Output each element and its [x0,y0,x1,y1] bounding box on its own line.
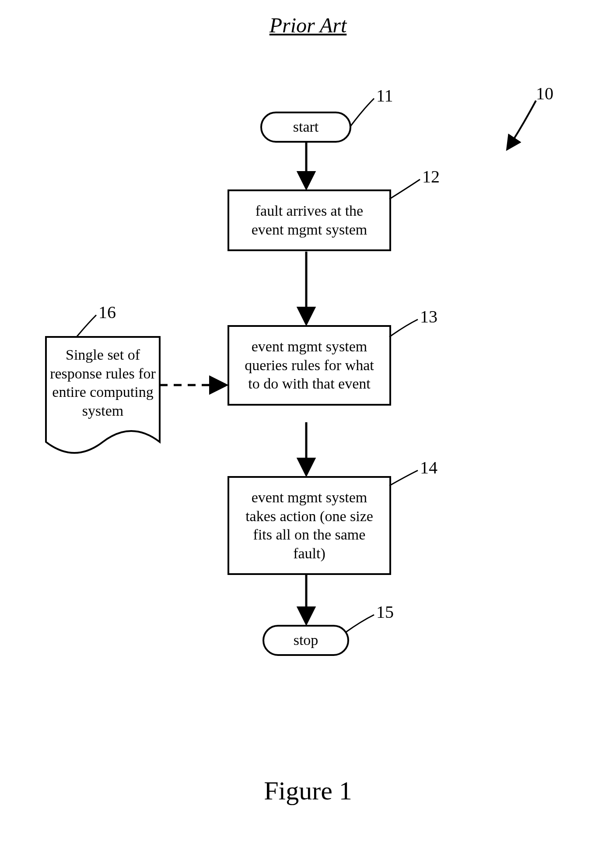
ref-14: 14 [420,457,438,478]
stop-node: stop [262,625,349,656]
leader-13 [389,319,418,337]
leader-11 [350,98,374,127]
figure-page: Prior Art start fault arrives at the eve… [0,0,616,841]
ref-12: 12 [422,166,440,187]
fault-arrives-node: fault arrives at the event mgmt system [228,189,391,251]
ref-13: 13 [420,306,438,327]
ref-10: 10 [536,83,553,104]
leader-16 [77,315,96,337]
leader-10 [508,101,536,149]
ref-15: 15 [376,602,394,622]
leader-15 [346,615,374,632]
ref-11: 11 [376,85,393,106]
leader-12 [389,179,420,199]
query-rules-node: event mgmt system queries rules for what… [228,325,391,406]
ref-16: 16 [98,302,116,322]
takes-action-node: event mgmt system takes action (one size… [228,476,391,575]
leader-14 [389,470,418,486]
figure-caption: Figure 1 [0,776,616,806]
rules-document-node: Single set of response rules for entire … [48,346,158,420]
start-node: start [260,112,351,143]
figure-title: Prior Art [0,13,616,37]
